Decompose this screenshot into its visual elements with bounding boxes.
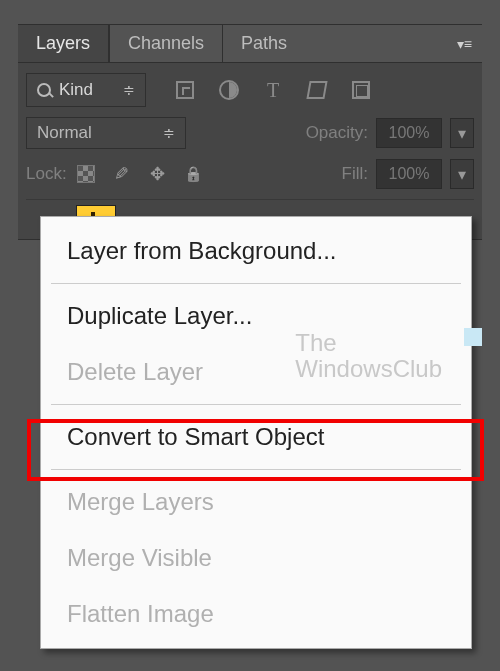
lock-all-icon[interactable] <box>183 163 205 185</box>
menu-separator <box>51 283 461 284</box>
smart-object-filter-icon[interactable] <box>350 79 372 101</box>
lock-position-icon[interactable] <box>147 163 169 185</box>
lock-label: Lock: <box>26 164 67 184</box>
layers-panel-body: Kind ≑ T Normal ≑ Opacity: 100% ▾ <box>18 63 482 240</box>
dropdown-arrow-icon: ≑ <box>123 82 135 98</box>
layer-context-menu: Layer from Background... Duplicate Layer… <box>40 216 472 649</box>
opacity-slider-button[interactable]: ▾ <box>450 118 474 148</box>
menu-merge-layers: Merge Layers <box>41 474 471 530</box>
filter-kind-label: Kind <box>59 80 93 100</box>
menu-merge-visible: Merge Visible <box>41 530 471 586</box>
adjustment-layer-filter-icon[interactable] <box>218 79 240 101</box>
tab-channels[interactable]: Channels <box>109 25 222 62</box>
menu-separator <box>51 404 461 405</box>
shape-layer-filter-icon[interactable] <box>306 79 328 101</box>
blend-mode-dropdown[interactable]: Normal ≑ <box>26 117 186 149</box>
menu-layer-from-background[interactable]: Layer from Background... <box>41 223 471 279</box>
filter-row: Kind ≑ T <box>26 73 474 107</box>
opacity-label: Opacity: <box>306 123 368 143</box>
lock-transparency-icon[interactable] <box>75 163 97 185</box>
dropdown-arrow-icon: ≑ <box>163 125 175 141</box>
fill-label: Fill: <box>342 164 368 184</box>
filter-icons: T <box>174 79 372 101</box>
lock-pixels-icon[interactable] <box>111 163 133 185</box>
type-layer-filter-icon[interactable]: T <box>262 79 284 101</box>
pixel-layer-filter-icon[interactable] <box>174 79 196 101</box>
tab-paths[interactable]: Paths <box>222 25 305 62</box>
menu-delete-layer: Delete Layer <box>41 344 471 400</box>
fill-value[interactable]: 100% <box>376 159 442 189</box>
blend-mode-value: Normal <box>37 123 92 143</box>
lock-icons <box>75 163 205 185</box>
menu-flatten-image: Flatten Image <box>41 586 471 642</box>
menu-duplicate-layer[interactable]: Duplicate Layer... <box>41 288 471 344</box>
lock-row: Lock: Fill: 100% ▾ <box>26 159 474 189</box>
menu-separator <box>51 469 461 470</box>
tab-layers[interactable]: Layers <box>18 25 109 62</box>
search-icon <box>37 83 51 97</box>
blend-row: Normal ≑ Opacity: 100% ▾ <box>26 117 474 149</box>
opacity-value[interactable]: 100% <box>376 118 442 148</box>
filter-kind-dropdown[interactable]: Kind ≑ <box>26 73 146 107</box>
panel-flyout-menu-icon[interactable]: ▾≡ <box>447 36 482 52</box>
layers-panel: Layers Channels Paths ▾≡ Kind ≑ T <box>18 24 482 240</box>
fill-slider-button[interactable]: ▾ <box>450 159 474 189</box>
menu-convert-to-smart-object[interactable]: Convert to Smart Object <box>41 409 471 465</box>
panel-tabs: Layers Channels Paths ▾≡ <box>18 25 482 63</box>
